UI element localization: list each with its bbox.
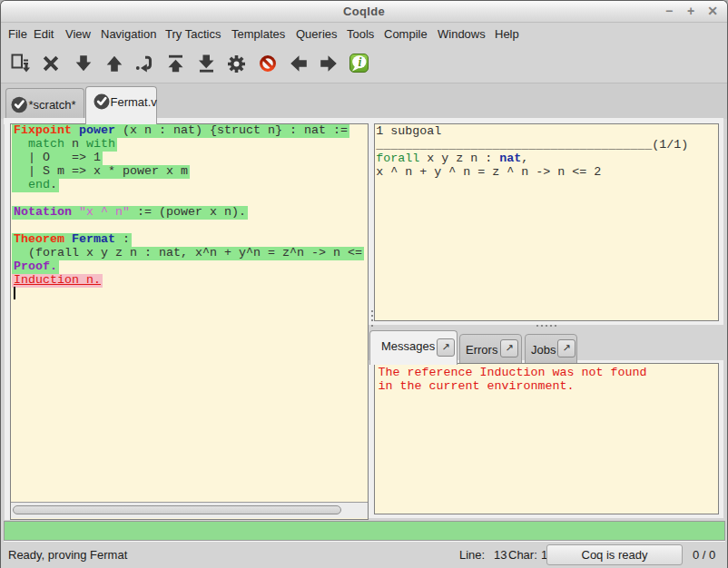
svg-text:i: i (359, 55, 362, 69)
